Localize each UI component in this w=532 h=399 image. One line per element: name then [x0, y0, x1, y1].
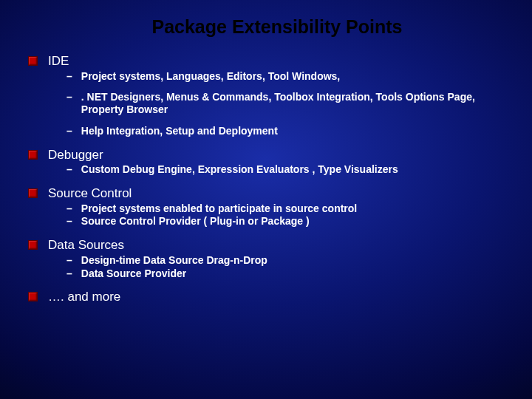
section-label: Data Sources — [48, 238, 124, 253]
sub-text: Help Integration, Setup and Deployment — [81, 125, 278, 137]
list-item: Debugger — [28, 148, 510, 163]
slide-container: Package Extensibility Points IDE – Proje… — [0, 0, 532, 399]
sub-text: Source Control Provider ( Plug-in or Pac… — [81, 215, 310, 228]
sub-list: – Project systems, Languages, Editors, T… — [22, 70, 510, 137]
sub-text: Design-time Data Source Drag-n-Drop — [81, 254, 267, 267]
sub-item: – Custom Debug Engine, Expression Evalua… — [66, 163, 488, 176]
section-data-sources: Data Sources – Design-time Data Source D… — [22, 238, 510, 279]
sub-item: – Design-time Data Source Drag-n-Drop — [66, 254, 488, 267]
dash-icon: – — [66, 125, 72, 137]
dash-icon: – — [66, 202, 72, 215]
sub-text: Project systems enabled to participate i… — [81, 202, 357, 215]
square-bullet-icon — [28, 188, 38, 198]
section-label: IDE — [48, 54, 69, 69]
sub-item: – Help Integration, Setup and Deployment — [66, 125, 488, 137]
sub-list: – Project systems enabled to participate… — [22, 202, 510, 228]
dash-icon: – — [66, 163, 72, 176]
square-bullet-icon — [28, 292, 38, 301]
sub-item: – Project systems enabled to participate… — [66, 202, 488, 215]
square-bullet-icon — [28, 150, 38, 160]
sub-list: – Design-time Data Source Drag-n-Drop – … — [22, 254, 510, 280]
sub-item: – Data Source Provider — [66, 267, 488, 280]
sub-text: . NET Designers, Menus & Commands, Toolb… — [81, 91, 488, 116]
section-and-more: …. and more — [22, 290, 510, 304]
section-source-control: Source Control – Project systems enabled… — [22, 186, 510, 228]
list-item: Source Control — [28, 186, 510, 201]
section-label: …. and more — [48, 290, 120, 304]
square-bullet-icon — [28, 56, 38, 66]
section-debugger: Debugger – Custom Debug Engine, Expressi… — [22, 148, 510, 176]
dash-icon: – — [66, 70, 72, 83]
section-label: Source Control — [48, 186, 132, 201]
section-label: Debugger — [48, 148, 103, 163]
sub-item: – Source Control Provider ( Plug-in or P… — [66, 215, 488, 228]
dash-icon: – — [66, 91, 72, 103]
list-item: IDE — [28, 54, 510, 69]
list-item: Data Sources — [28, 238, 510, 253]
slide-title: Package Extensibility Points — [22, 16, 510, 38]
square-bullet-icon — [28, 240, 38, 250]
sub-list: – Custom Debug Engine, Expression Evalua… — [22, 163, 510, 176]
dash-icon: – — [66, 215, 72, 228]
sub-text: Project systems, Languages, Editors, Too… — [81, 70, 340, 83]
dash-icon: – — [66, 254, 72, 267]
sub-text: Custom Debug Engine, Expression Evaluato… — [81, 163, 398, 176]
sub-text: Data Source Provider — [81, 267, 186, 280]
list-item: …. and more — [28, 290, 510, 304]
dash-icon: – — [66, 267, 72, 280]
sub-item: – Project systems, Languages, Editors, T… — [66, 70, 488, 83]
sub-item: – . NET Designers, Menus & Commands, Too… — [66, 91, 488, 116]
section-ide: IDE – Project systems, Languages, Editor… — [22, 54, 510, 137]
